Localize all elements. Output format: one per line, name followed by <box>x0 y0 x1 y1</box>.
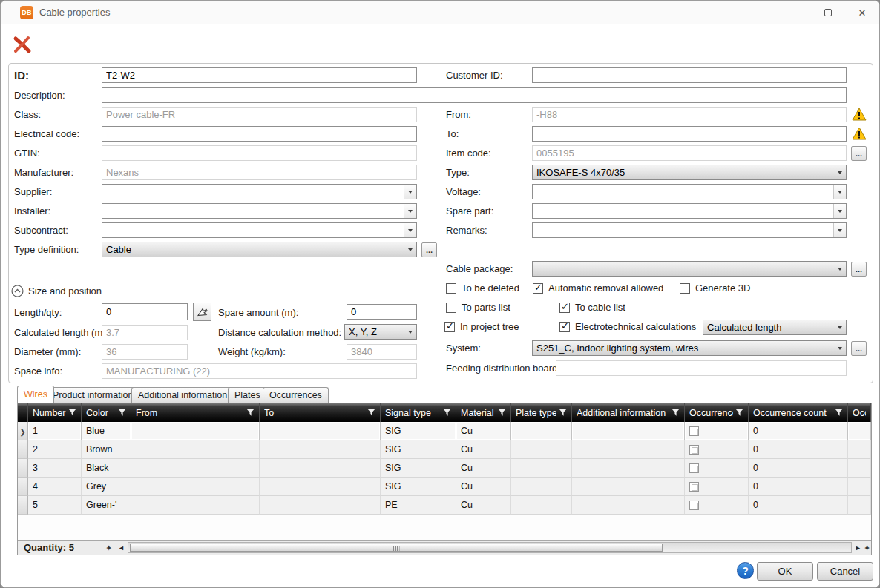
cell-additional-information[interactable] <box>572 478 685 496</box>
supplier-combobox[interactable] <box>102 184 417 199</box>
tab-product-information[interactable]: Product information <box>46 387 139 403</box>
cell-occurrence-count[interactable]: 0 <box>749 440 848 459</box>
cell-material[interactable]: Cu <box>456 459 511 478</box>
filter-icon[interactable] <box>246 409 255 417</box>
filter-icon[interactable] <box>498 409 506 417</box>
header-plate-type[interactable]: Plate type <box>511 403 572 422</box>
header-material[interactable]: Material <box>456 403 511 422</box>
cell-occurrences[interactable] <box>685 459 749 478</box>
cell-color[interactable]: Green-' <box>82 496 131 515</box>
cell-plate-type[interactable] <box>511 496 572 515</box>
cell-occurrences[interactable] <box>685 422 749 440</box>
cell-occurrences[interactable] <box>685 440 749 459</box>
cell-occurrences[interactable] <box>685 496 749 515</box>
occurrences-checkbox[interactable] <box>689 482 699 492</box>
cell-additional-information[interactable] <box>572 440 685 459</box>
occurrences-checkbox[interactable] <box>689 445 699 455</box>
cell-occurrence-extra[interactable] <box>848 440 871 459</box>
table-row[interactable]: 3 Black SIG Cu 0 <box>18 459 871 478</box>
tab-wires[interactable]: Wires <box>17 386 54 403</box>
cell-additional-information[interactable] <box>572 496 685 515</box>
cable-package-browse-button[interactable]: ... <box>851 262 867 277</box>
minimize-button[interactable] <box>777 1 811 24</box>
cell-from[interactable] <box>131 459 260 478</box>
cell-to[interactable] <box>260 422 381 440</box>
cell-number[interactable]: 5 <box>28 496 82 515</box>
row-selector[interactable] <box>18 440 28 459</box>
type-definition-combobox[interactable]: Cable <box>102 242 417 257</box>
voltage-combobox[interactable] <box>532 184 847 199</box>
cell-additional-information[interactable] <box>572 422 685 440</box>
horizontal-scrollbar[interactable] <box>128 542 852 553</box>
dropdown-button[interactable] <box>404 223 416 237</box>
nav-prev-record-icon[interactable]: ◄ <box>118 544 125 552</box>
automatic-removal-checkbox[interactable] <box>533 283 543 294</box>
help-button[interactable]: ? <box>737 562 754 579</box>
customer-id-input[interactable] <box>532 67 847 83</box>
tab-occurrences[interactable]: Occurrences <box>263 387 329 403</box>
cell-from[interactable] <box>131 496 260 515</box>
cell-number[interactable]: 4 <box>28 478 82 496</box>
dropdown-button[interactable] <box>833 185 846 199</box>
header-occurrences[interactable]: Occurrences <box>685 403 749 422</box>
cell-plate-type[interactable] <box>511 440 572 459</box>
dropdown-button[interactable] <box>833 223 846 237</box>
filter-icon[interactable] <box>68 409 76 417</box>
cell-occurrence-count[interactable]: 0 <box>749 478 848 496</box>
table-row[interactable]: 2 Brown SIG Cu 0 <box>18 440 871 459</box>
installer-combobox[interactable] <box>102 203 417 219</box>
cable-package-combobox[interactable] <box>532 261 847 277</box>
cell-from[interactable] <box>131 422 260 440</box>
filter-icon[interactable] <box>735 409 743 417</box>
cell-signal-type[interactable]: SIG <box>381 440 456 459</box>
scrollbar-thumb[interactable] <box>130 544 663 552</box>
filter-icon[interactable] <box>835 409 843 417</box>
cell-occurrence-extra[interactable] <box>848 422 871 440</box>
cell-color[interactable]: Blue <box>82 422 131 440</box>
cell-number[interactable]: 2 <box>28 440 82 459</box>
cell-color[interactable]: Brown <box>82 440 131 459</box>
cell-to[interactable] <box>260 440 381 459</box>
header-to[interactable]: To <box>260 403 381 422</box>
cell-occurrence-count[interactable]: 0 <box>749 459 848 478</box>
filter-icon[interactable] <box>443 409 451 417</box>
occurrences-checkbox[interactable] <box>689 426 699 436</box>
size-section-collapse-button[interactable] <box>11 285 24 300</box>
header-occurrence-count[interactable]: Occurrence count <box>749 403 848 422</box>
subcontract-combobox[interactable] <box>102 222 417 238</box>
cell-color[interactable]: Black <box>82 459 131 478</box>
nav-next-record-icon[interactable]: ► <box>855 544 861 552</box>
occurrences-checkbox[interactable] <box>689 463 699 473</box>
filter-icon[interactable] <box>367 409 375 417</box>
nav-first-record-icon[interactable]: ✦ <box>105 543 112 553</box>
cell-material[interactable]: Cu <box>456 440 511 459</box>
filter-icon[interactable] <box>559 409 567 417</box>
length-type-combobox[interactable]: Calculated length <box>703 320 847 335</box>
filter-icon[interactable] <box>118 409 126 417</box>
cell-material[interactable]: Cu <box>456 478 511 496</box>
row-selector[interactable] <box>18 478 28 496</box>
nav-last-record-icon[interactable]: ✦ <box>864 543 870 553</box>
to-be-deleted-checkbox[interactable] <box>446 283 456 294</box>
cell-material[interactable]: Cu <box>456 422 511 440</box>
cell-occurrence-count[interactable]: 0 <box>749 496 848 515</box>
to-parts-list-checkbox[interactable] <box>446 303 456 313</box>
header-number[interactable]: Number <box>28 403 82 422</box>
in-project-tree-checkbox[interactable] <box>444 322 455 332</box>
dropdown-button[interactable] <box>404 204 416 218</box>
pick-from-drawing-button[interactable] <box>193 303 211 321</box>
item-code-browse-button[interactable]: ... <box>851 146 867 161</box>
cell-occurrence-count[interactable]: 0 <box>749 422 848 440</box>
dropdown-button[interactable] <box>404 185 416 199</box>
tab-additional-information[interactable]: Additional information <box>131 387 234 403</box>
cell-occurrence-extra[interactable] <box>848 496 871 515</box>
electrotechnical-calculations-checkbox[interactable] <box>559 322 570 332</box>
cell-plate-type[interactable] <box>511 422 572 440</box>
cell-from[interactable] <box>131 478 260 496</box>
occurrences-checkbox[interactable] <box>689 501 699 510</box>
description-input[interactable] <box>102 87 847 103</box>
table-row[interactable]: 5 Green-' PE Cu 0 <box>18 496 871 515</box>
cell-plate-type[interactable] <box>511 478 572 496</box>
dropdown-button[interactable] <box>833 204 846 218</box>
table-row[interactable]: 1 Blue SIG Cu 0 <box>18 422 871 440</box>
